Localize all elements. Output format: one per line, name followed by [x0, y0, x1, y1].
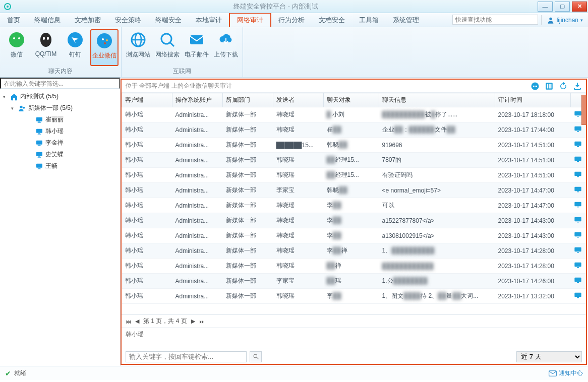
svg-rect-47 — [574, 142, 581, 146]
col-4[interactable]: 聊天对象 — [324, 93, 379, 107]
svg-rect-63 — [574, 263, 581, 267]
grid[interactable]: 客户端操作系统账户所属部门发送者聊天对象聊天信息审计时间韩小瑶Administr… — [122, 93, 586, 314]
table-row[interactable]: 韩小瑶Administra...新媒体一部韩晓瑶██经理15...有验证码吗20… — [122, 168, 586, 183]
monitor-icon[interactable] — [571, 183, 586, 198]
mail-icon — [549, 370, 557, 376]
user-icon — [547, 16, 555, 24]
search-button[interactable] — [250, 351, 262, 362]
svg-rect-54 — [577, 192, 579, 192]
ribbon-mail[interactable]: 电子邮件 — [183, 29, 211, 66]
tree-root[interactable]: ▾内部测试 (5/5) — [0, 91, 120, 102]
table-row[interactable]: 韩小瑶Administra...新媒体一部韩晓瑶██经理15...7807的20… — [122, 153, 586, 168]
page-prev-button[interactable]: ◀ — [135, 318, 139, 325]
col-3[interactable]: 发送者 — [273, 93, 324, 107]
date-range-select[interactable]: 近 7 天 — [516, 351, 582, 362]
close-button[interactable]: ✕ — [572, 2, 587, 12]
ribbon-qq[interactable]: QQ/TIM — [32, 29, 60, 66]
monitor-icon[interactable] — [571, 138, 586, 153]
menu-2[interactable]: 文档加密 — [68, 13, 108, 27]
svg-rect-52 — [577, 176, 579, 177]
col-1[interactable]: 操作系统账户 — [172, 93, 223, 107]
table-row[interactable]: 韩小瑶Administra...新媒体一部李家宝██瑶1.公████████20… — [122, 274, 586, 289]
tree-label: 王畅 — [45, 162, 57, 170]
maximize-button[interactable]: ▢ — [555, 2, 570, 12]
menu-9[interactable]: 工具箱 — [352, 13, 386, 27]
ribbon-label: 上传下载 — [214, 50, 238, 59]
table-row[interactable]: 韩小瑶Administra...新媒体一部李家宝韩晓██<e normal_em… — [122, 183, 586, 198]
dingtalk-icon — [67, 31, 84, 48]
table-row[interactable]: 韩小瑶Administra...新媒体一部韩晓瑶█ 小刘██████████被█… — [122, 107, 586, 122]
minimize-button[interactable]: — — [538, 2, 553, 12]
svg-rect-66 — [577, 282, 579, 283]
tree-filter-input[interactable] — [0, 78, 120, 89]
tree-client-3[interactable]: 史笑蝶 — [0, 149, 120, 160]
table-row[interactable]: 韩小瑶Administra...新媒体一部韩晓瑶李██a13081002915<… — [122, 228, 586, 243]
ribbon-cloud[interactable]: 上传下载 — [212, 29, 240, 66]
col-2[interactable]: 所属部门 — [223, 93, 273, 107]
content-header-text: 位于 全部客户端 上的企业微信聊天审计 — [126, 82, 232, 90]
col-6[interactable]: 审计时间 — [495, 93, 571, 107]
monitor-icon[interactable] — [571, 153, 586, 168]
page-first-button[interactable]: ⏮ — [126, 319, 131, 325]
chat-icon[interactable] — [531, 82, 540, 91]
menu-1[interactable]: 终端信息 — [27, 13, 68, 27]
svg-point-10 — [106, 39, 108, 41]
tree-client-0[interactable]: 崔丽丽 — [0, 114, 120, 125]
svg-rect-25 — [38, 134, 41, 134]
svg-rect-27 — [38, 145, 40, 145]
notification-center[interactable]: 通知中心 — [549, 369, 583, 377]
monitor-icon[interactable] — [571, 198, 586, 213]
monitor-icon[interactable] — [571, 259, 586, 274]
table-row[interactable]: 韩小瑶Administra...新媒体一部韩晓瑶崔██企业██：██████文件… — [122, 122, 586, 138]
col-0[interactable]: 客户端 — [122, 93, 172, 107]
tree-client-1[interactable]: 韩小瑶 — [0, 125, 120, 137]
ribbon-globe[interactable]: 浏览网站 — [124, 29, 152, 66]
monitor-icon[interactable] — [571, 243, 586, 259]
vertical-scrollbar[interactable] — [581, 95, 586, 125]
user-menu[interactable]: lijinchan ▾ — [542, 13, 588, 27]
table-row[interactable]: 韩小瑶Administra...新媒体一部██████15...韩晓██9196… — [122, 138, 586, 153]
tree-client-4[interactable]: 王畅 — [0, 160, 120, 172]
export-icon[interactable] — [573, 82, 582, 91]
menu-5[interactable]: 本地审计 — [189, 13, 229, 27]
columns-icon[interactable] — [545, 82, 554, 91]
tree-client-2[interactable]: 李金禅 — [0, 137, 120, 149]
ribbon-search-globe[interactable]: 网络搜索 — [153, 29, 182, 66]
monitor-icon[interactable] — [571, 228, 586, 243]
pager-text: 第 1 页，共 4 页 — [143, 317, 187, 326]
ribbon-wecom[interactable]: 企业微信 — [90, 29, 119, 66]
table-row[interactable]: 韩小瑶Administra...新媒体一部韩晓瑶李██禅1、██████████… — [122, 243, 586, 259]
page-last-button[interactable]: ⏭ — [199, 319, 205, 325]
monitor-icon[interactable] — [571, 168, 586, 183]
monitor-icon[interactable] — [571, 274, 586, 289]
quick-search-input[interactable] — [452, 15, 538, 25]
svg-rect-46 — [577, 131, 579, 132]
ribbon-dingtalk[interactable]: 钉钉 — [61, 29, 89, 66]
refresh-icon[interactable] — [559, 82, 568, 91]
table-row[interactable]: 韩小瑶Administra...新媒体一部韩晓瑶██禅████████████2… — [122, 259, 586, 274]
menu-10[interactable]: 系统管理 — [386, 13, 426, 27]
page-next-button[interactable]: ▶ — [191, 318, 195, 325]
window-title: 终端安全管控平台 - 内部测试 — [15, 2, 537, 11]
menu-3[interactable]: 安全策略 — [108, 13, 148, 27]
menu-6[interactable]: 网络审计 — [229, 13, 271, 27]
svg-point-37 — [535, 85, 536, 86]
content-header: 位于 全部客户端 上的企业微信聊天审计 — [122, 80, 586, 93]
table-row[interactable]: 韩小瑶Administra...新媒体一部韩晓瑶李██a15227877807<… — [122, 213, 586, 228]
keyword-input[interactable] — [126, 351, 247, 362]
cloud-icon — [217, 31, 234, 48]
table-row[interactable]: 韩小瑶Administra...新媒体一部韩晓瑶李██1、图文████待 2、█… — [122, 289, 586, 304]
col-5[interactable]: 聊天信息 — [379, 93, 495, 107]
svg-point-4 — [40, 33, 51, 47]
svg-rect-44 — [577, 116, 579, 116]
table-row[interactable]: 韩小瑶Administra...新媒体一部韩晓瑶李██可以2023-10-17 … — [122, 198, 586, 213]
menu-7[interactable]: 行为分析 — [271, 13, 312, 27]
menu-4[interactable]: 终端安全 — [148, 13, 189, 27]
monitor-icon[interactable] — [571, 213, 586, 228]
tree-group[interactable]: ▾新媒体一部 (5/5) — [0, 102, 120, 114]
menu-0[interactable]: 首页 — [0, 13, 27, 27]
menu-8[interactable]: 文档安全 — [312, 13, 352, 27]
tree[interactable]: ▾内部测试 (5/5)▾新媒体一部 (5/5)崔丽丽韩小瑶李金禅史笑蝶王畅 — [0, 89, 120, 366]
ribbon-wechat[interactable]: 微信 — [3, 29, 31, 66]
monitor-icon[interactable] — [571, 289, 586, 304]
